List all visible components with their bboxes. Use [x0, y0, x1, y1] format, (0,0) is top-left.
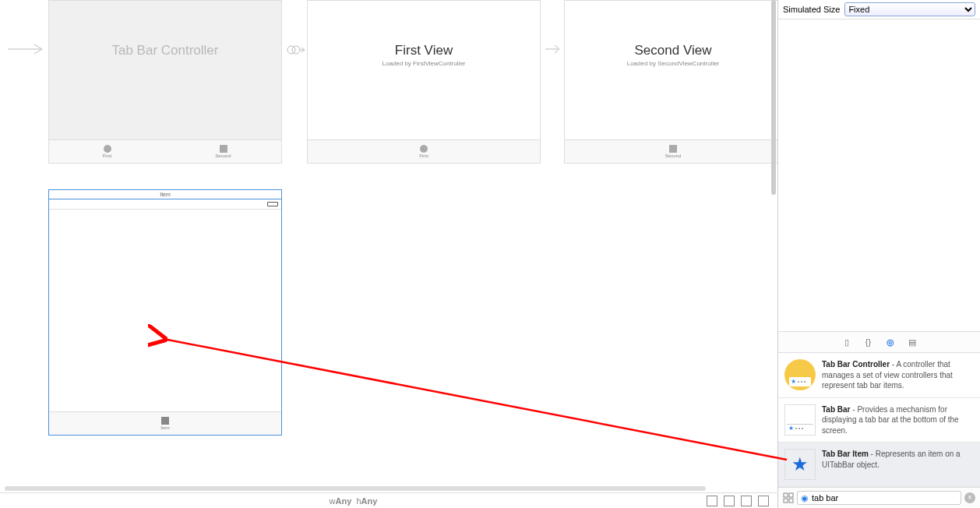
svg-rect-8	[789, 499, 793, 503]
scene-title: Tab Bar Controller	[49, 43, 281, 58]
svg-rect-5	[784, 493, 788, 497]
scene-item-selected[interactable]: Item Item	[48, 189, 282, 436]
scene-subtitle: Loaded by SecondViewController	[565, 60, 781, 67]
tab-item-first[interactable]: First	[308, 140, 540, 163]
tab-bar-icon: ★	[784, 404, 816, 436]
library-tabs: ▯ {} ◎ ▤	[778, 331, 980, 353]
vertical-scrollbar[interactable]	[770, 0, 777, 483]
library-search-field[interactable]: ◉	[797, 491, 961, 505]
simulated-size-label: Simulated Size	[783, 5, 840, 14]
tab-item-second[interactable]: Second	[565, 140, 781, 163]
tab-bar: Second	[565, 139, 781, 163]
tab-item-second[interactable]: Second	[165, 140, 281, 163]
simulated-size-select[interactable]: Fixed	[844, 2, 975, 16]
tab-item[interactable]: Item	[49, 412, 281, 435]
square-icon	[669, 145, 677, 153]
tab-bar: Item	[49, 411, 281, 435]
library-item-text: Tab Bar Controller - A controller that m…	[822, 359, 974, 391]
circle-icon	[420, 145, 428, 153]
scene-subtitle: Loaded by FirstViewController	[308, 60, 540, 67]
inspector-panel: Simulated Size Fixed ▯ {} ◎ ▤ ★ Tab Bar …	[777, 0, 980, 508]
status-bar-area	[49, 199, 281, 210]
library-item-tab-bar[interactable]: ★ Tab Bar - Provides a mechanism for dis…	[778, 398, 980, 443]
storyboard-canvas[interactable]: Tab Bar Controller First Second First Vi…	[0, 0, 777, 492]
inspector-body	[778, 19, 980, 331]
simulated-size-row: Simulated Size Fixed	[778, 0, 980, 19]
library-item-tab-bar-controller[interactable]: ★ Tab Bar Controller - A controller that…	[778, 353, 980, 398]
tab-item-first[interactable]: First	[49, 140, 165, 163]
tab-bar: First Second	[49, 139, 281, 163]
svg-point-1	[287, 46, 295, 54]
svg-rect-7	[784, 499, 788, 503]
library-search-input[interactable]	[812, 493, 957, 503]
clear-search-icon[interactable]: ×	[964, 492, 975, 503]
pin-icon[interactable]	[741, 496, 752, 506]
tab-bar-controller-icon: ★	[784, 359, 816, 390]
svg-rect-6	[789, 493, 793, 497]
svg-point-2	[292, 46, 300, 54]
file-template-tab-icon[interactable]: ▯	[841, 337, 852, 347]
constraints-icon[interactable]	[707, 496, 717, 506]
view-mode-icon[interactable]	[783, 492, 794, 503]
segue-arrow[interactable]	[287, 41, 305, 59]
media-library-tab-icon[interactable]: ▤	[907, 337, 918, 347]
code-snippet-tab-icon[interactable]: {}	[863, 337, 874, 347]
size-class-indicator[interactable]: wAny hAny	[0, 496, 707, 506]
segue-arrow[interactable]	[545, 43, 562, 55]
scene-second-view[interactable]: Second View Loaded by SecondViewControll…	[564, 0, 782, 164]
scene-first-view[interactable]: First View Loaded by FirstViewController…	[307, 0, 541, 164]
circle-icon	[104, 145, 111, 153]
library-search-row: ◉ ×	[778, 487, 980, 508]
initial-segue-arrow	[8, 43, 47, 55]
resolve-icon[interactable]	[758, 496, 769, 506]
tab-bar-item-icon: ★	[784, 449, 816, 480]
library-item-text: Tab Bar - Provides a mechanism for displ…	[822, 404, 974, 436]
horizontal-scrollbar[interactable]	[5, 486, 706, 491]
scene-title: First View	[308, 43, 540, 58]
square-icon	[161, 417, 169, 425]
search-icon: ◉	[801, 493, 809, 503]
library-item-text: Tab Bar Item - Represents an item on a U…	[822, 449, 974, 480]
battery-icon	[267, 202, 278, 206]
square-icon	[220, 145, 227, 153]
object-library-list[interactable]: ★ Tab Bar Controller - A controller that…	[778, 353, 980, 487]
scene-header: Item	[49, 190, 281, 199]
library-item-tab-bar-item[interactable]: ★ Tab Bar Item - Represents an item on a…	[778, 443, 980, 487]
scene-title: Second View	[565, 43, 781, 58]
scene-tab-bar-controller[interactable]: Tab Bar Controller First Second	[48, 0, 282, 164]
object-library-tab-icon[interactable]: ◎	[885, 337, 896, 347]
tab-bar: First	[308, 139, 540, 163]
align-icon[interactable]	[724, 496, 735, 506]
